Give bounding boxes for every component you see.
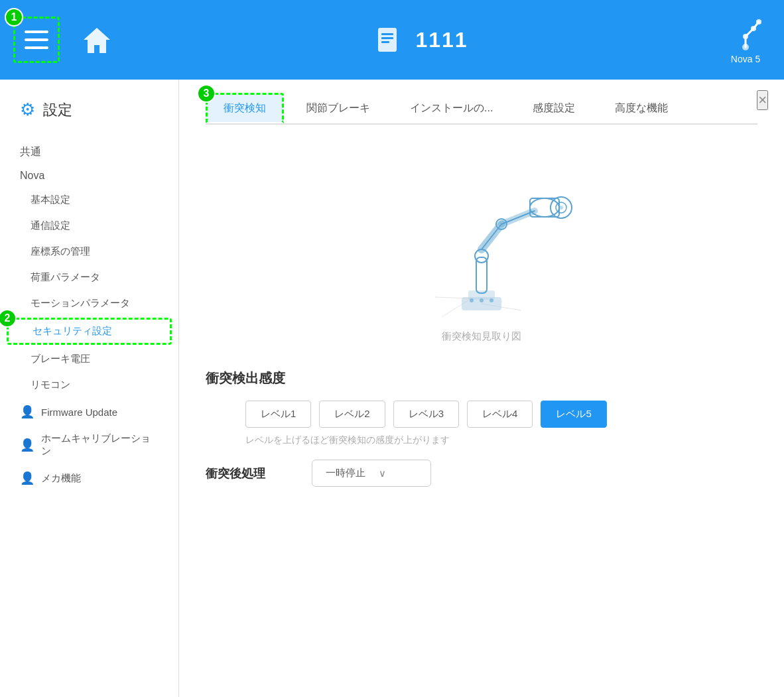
- tab-collision[interactable]: 3 衝突検知: [206, 93, 284, 123]
- collision-illustration: [349, 158, 614, 324]
- hamburger-line-2: [25, 38, 48, 41]
- tab-install[interactable]: インストールの...: [393, 94, 510, 123]
- svg-rect-3: [381, 37, 393, 39]
- close-button[interactable]: ×: [757, 90, 768, 110]
- maker-label: メカ機能: [41, 472, 81, 485]
- svg-point-29: [470, 298, 474, 302]
- firmware-label: Firmware Update: [41, 407, 117, 418]
- content-area: × 3 衝突検知 関節ブレーキ インストールの... 感度設定 高度な機能: [179, 80, 784, 697]
- svg-point-25: [559, 206, 563, 210]
- level-buttons: レベル1 レベル2 レベル3 レベル4 レベル5: [245, 401, 757, 428]
- main-content: ⚙ 設定 共通 Nova 基本設定 通信設定 座標系の管理 荷重パラメータ モー…: [0, 80, 784, 697]
- level-2-button[interactable]: レベル2: [319, 401, 385, 428]
- header-center: 1111: [114, 25, 727, 54]
- svg-rect-4: [381, 41, 389, 43]
- home-calibration-label: ホームキャリブレーション: [41, 432, 159, 458]
- illustration-area: 衝突検知見取り図: [206, 138, 757, 349]
- sidebar-item-home-calibration[interactable]: 👤 ホームキャリブレーション: [0, 426, 178, 464]
- home-calibration-icon: 👤: [20, 438, 34, 452]
- sidebar-title: 設定: [43, 100, 72, 120]
- document-icon: [373, 25, 402, 54]
- level-hint: レベルを上げるほど衝突検知の感度が上がります: [245, 434, 757, 446]
- home-icon: [80, 23, 114, 57]
- robot-info: Nova 5: [727, 15, 764, 64]
- app-header: 1 1111 Nova 5: [0, 0, 784, 80]
- sidebar-item-comm[interactable]: 通信設定: [0, 213, 178, 239]
- tab-joint-brake[interactable]: 関節ブレーキ: [289, 94, 387, 123]
- post-collision-label: 衝突後処理: [206, 466, 312, 481]
- svg-point-31: [490, 298, 493, 302]
- annotation-1: 1: [5, 8, 23, 27]
- sidebar-item-load[interactable]: 荷重パラメータ: [0, 265, 178, 290]
- sidebar-section-common: 共通: [0, 140, 178, 164]
- svg-rect-1: [378, 28, 397, 52]
- sidebar-item-motion[interactable]: モーションパラメータ: [0, 290, 178, 316]
- tab-sensitivity[interactable]: 感度設定: [515, 94, 592, 123]
- sidebar-item-firmware[interactable]: 👤 Firmware Update: [0, 398, 178, 426]
- svg-point-9: [743, 34, 748, 39]
- tab-advanced[interactable]: 高度な機能: [598, 94, 685, 123]
- svg-point-10: [751, 26, 756, 31]
- hamburger-line-3: [25, 46, 48, 49]
- sidebar-section-nova: Nova: [0, 164, 178, 187]
- svg-point-30: [480, 298, 484, 302]
- level-5-button[interactable]: レベル5: [541, 401, 606, 428]
- svg-rect-2: [381, 33, 393, 35]
- gear-icon: ⚙: [20, 99, 35, 120]
- post-collision-value: 一時停止: [326, 467, 365, 479]
- sidebar-item-security[interactable]: 2 セキュリティ設定: [7, 318, 172, 345]
- illustration-caption: 衝突検知見取り図: [442, 330, 521, 343]
- header-title: 1111: [415, 28, 468, 52]
- home-button[interactable]: [80, 23, 114, 57]
- annotation-3: 3: [197, 84, 216, 103]
- robot-name: Nova 5: [731, 54, 760, 64]
- collision-section: 衝突検出感度 レベル1 レベル2 レベル3 レベル4 レベル5 レベルを上げるほ…: [206, 369, 757, 446]
- sidebar-item-brake[interactable]: ブレーキ電圧: [0, 346, 178, 372]
- level-1-button[interactable]: レベル1: [245, 401, 311, 428]
- sidebar-item-maker[interactable]: 👤 メカ機能: [0, 464, 178, 492]
- robot-arm-icon: [727, 15, 764, 52]
- level-3-button[interactable]: レベル3: [393, 401, 459, 428]
- collision-section-title: 衝突検出感度: [206, 369, 757, 387]
- svg-point-11: [756, 19, 761, 25]
- sidebar-item-basic[interactable]: 基本設定: [0, 187, 178, 213]
- firmware-icon: 👤: [20, 405, 34, 419]
- svg-point-8: [742, 44, 749, 50]
- post-collision-row: 衝突後処理 一時停止 ∨: [206, 460, 757, 487]
- sidebar-header: ⚙ 設定: [0, 99, 178, 140]
- dropdown-arrow-icon: ∨: [379, 468, 386, 479]
- hamburger-line-1: [25, 31, 48, 33]
- tabs-bar: 3 衝突検知 関節ブレーキ インストールの... 感度設定 高度な機能: [206, 93, 757, 125]
- sidebar-item-remote[interactable]: リモコン: [0, 372, 178, 398]
- sidebar-item-coord[interactable]: 座標系の管理: [0, 239, 178, 265]
- svg-marker-0: [84, 28, 110, 53]
- svg-rect-13: [468, 290, 495, 300]
- post-collision-dropdown[interactable]: 一時停止 ∨: [312, 460, 431, 487]
- sidebar: ⚙ 設定 共通 Nova 基本設定 通信設定 座標系の管理 荷重パラメータ モー…: [0, 80, 179, 697]
- annotation-2: 2: [0, 309, 17, 328]
- menu-button[interactable]: 1: [13, 17, 60, 63]
- svg-point-21: [530, 198, 559, 217]
- level-4-button[interactable]: レベル4: [467, 401, 533, 428]
- maker-icon: 👤: [20, 471, 34, 485]
